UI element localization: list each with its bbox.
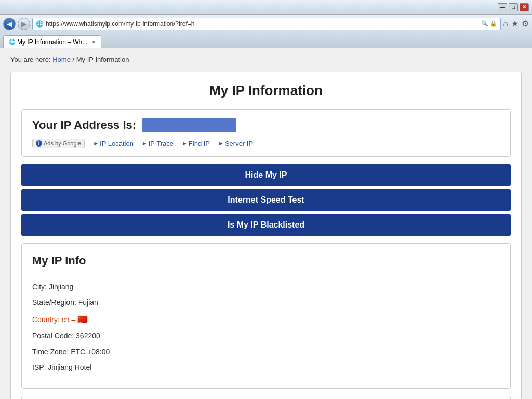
timezone-value: ETC +08:00 <box>71 348 110 356</box>
lock-icon: 🔒 <box>490 20 497 27</box>
ip-location-link[interactable]: ► IP Location <box>93 140 134 148</box>
browser-icon: 🌐 <box>36 20 44 28</box>
favorites-icon[interactable]: ★ <box>511 19 518 29</box>
state-row: State/Region: Fujian <box>32 297 500 308</box>
isp-row: ISP: Jinjiang Hotel <box>32 362 500 373</box>
breadcrumb-current: My IP Information <box>76 56 129 63</box>
city-value: Jinjiang <box>49 283 73 291</box>
country-flag: 🇨🇳 <box>77 315 88 324</box>
hide-my-ip-button[interactable]: Hide My IP <box>21 164 511 186</box>
title-bar: — □ ✕ <box>0 0 532 15</box>
ip-box: Your IP Address Is: i Ads by Google ► IP… <box>21 109 511 157</box>
ad-banner: VPN Server for China ▶ D ✕ <box>21 396 511 399</box>
ads-links: i Ads by Google ► IP Location ► IP Trace… <box>32 139 500 148</box>
close-button[interactable]: ✕ <box>520 3 529 11</box>
country-value: cn – <box>62 315 77 324</box>
back-button[interactable]: ◀ <box>3 18 16 30</box>
find-ip-label: Find IP <box>189 140 210 148</box>
timezone-label: Time Zone: <box>32 348 71 356</box>
ip-address-row: Your IP Address Is: <box>32 118 500 132</box>
ip-address-value <box>142 118 236 132</box>
ip-trace-arrow: ► <box>142 140 148 147</box>
main-card: My IP Information Your IP Address Is: i … <box>10 72 522 399</box>
city-row: City: Jinjiang <box>32 281 500 292</box>
ads-by-google: i Ads by Google <box>32 139 85 148</box>
address-bar-icons: 🔍 🔒 <box>481 20 497 27</box>
ads-google-label: Ads by Google <box>44 140 81 147</box>
page-content: You are here: Home / My IP Information M… <box>0 48 532 399</box>
country-label: Country: <box>32 315 62 324</box>
address-bar[interactable]: 🌐 https://www.whatismyip.com/my-ip-infor… <box>32 18 501 30</box>
isp-label: ISP: <box>32 363 48 371</box>
tab-close-button[interactable]: ✕ <box>91 39 96 45</box>
find-ip-arrow: ► <box>182 140 188 147</box>
tab-bar: 🌐 My IP Information – Wh... ✕ <box>0 33 532 48</box>
nav-bar: ◀ ▶ 🌐 https://www.whatismyip.com/my-ip-i… <box>0 15 532 33</box>
info-section-title: My IP Info <box>32 254 500 273</box>
ip-location-arrow: ► <box>93 140 99 147</box>
search-icon[interactable]: 🔍 <box>481 20 488 27</box>
breadcrumb-prefix: You are here: <box>10 56 51 63</box>
postal-row: Postal Code: 362200 <box>32 330 500 341</box>
home-icon[interactable]: ⌂ <box>503 19 508 29</box>
internet-speed-test-button[interactable]: Internet Speed Test <box>21 189 511 211</box>
state-label: State/Region: <box>32 298 78 307</box>
breadcrumb-home[interactable]: Home <box>52 56 71 63</box>
settings-icon[interactable]: ⚙ <box>522 19 529 29</box>
city-label: City: <box>32 283 49 291</box>
title-bar-buttons: — □ ✕ <box>498 3 529 11</box>
ip-trace-link[interactable]: ► IP Trace <box>142 140 174 148</box>
info-section: My IP Info City: Jinjiang State/Region: … <box>21 243 511 389</box>
country-row: Country: cn – 🇨🇳 <box>32 313 500 326</box>
timezone-row: Time Zone: ETC +08:00 <box>32 346 500 357</box>
server-ip-label: Server IP <box>225 140 253 148</box>
ip-address-label: Your IP Address Is: <box>32 118 136 132</box>
info-icon: i <box>36 140 42 147</box>
ip-location-label: IP Location <box>100 140 134 148</box>
postal-value: 362200 <box>76 331 100 340</box>
active-tab[interactable]: 🌐 My IP Information – Wh... ✕ <box>3 35 101 48</box>
isp-value: Jinjiang Hotel <box>48 363 91 371</box>
ip-trace-label: IP Trace <box>149 140 174 148</box>
server-ip-arrow: ► <box>218 140 224 147</box>
breadcrumb: You are here: Home / My IP Information <box>10 54 522 65</box>
find-ip-link[interactable]: ► Find IP <box>182 140 210 148</box>
forward-button[interactable]: ▶ <box>18 18 30 30</box>
minimize-button[interactable]: — <box>498 3 507 11</box>
page-title: My IP Information <box>21 83 511 99</box>
postal-label: Postal Code: <box>32 331 76 340</box>
browser-toolbar-icons: ⌂ ★ ⚙ <box>503 17 529 31</box>
server-ip-link[interactable]: ► Server IP <box>218 140 253 148</box>
maximize-button[interactable]: □ <box>509 3 518 11</box>
browser-chrome: — □ ✕ ◀ ▶ 🌐 https://www.whatismyip.com/m… <box>0 0 532 48</box>
state-value: Fujian <box>78 298 98 307</box>
tab-label: My IP Information – Wh... <box>17 38 87 46</box>
tab-favicon: 🌐 <box>9 39 15 45</box>
is-my-ip-blacklisted-button[interactable]: Is My IP Blacklisted <box>21 214 511 236</box>
breadcrumb-separator: / <box>73 56 75 63</box>
url-text: https://www.whatismyip.com/my-ip-informa… <box>46 20 479 28</box>
